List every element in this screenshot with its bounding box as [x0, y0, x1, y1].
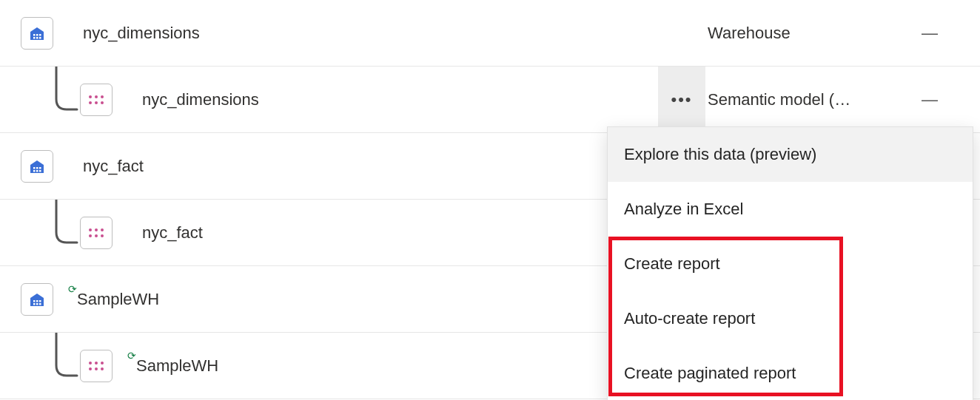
- item-name: nyc_dimensions: [83, 24, 656, 43]
- svg-rect-12: [33, 167, 36, 169]
- sync-icon: ⟳: [127, 350, 136, 362]
- semantic-model-icon: [80, 350, 113, 382]
- svg-point-35: [101, 367, 104, 370]
- semantic-model-icon: [80, 217, 113, 249]
- svg-rect-0: [33, 34, 36, 36]
- svg-rect-15: [33, 170, 36, 172]
- item-name: nyc_dimensions: [142, 90, 656, 109]
- svg-rect-3: [33, 37, 36, 39]
- item-name: SampleWH: [77, 290, 656, 309]
- svg-rect-27: [33, 303, 36, 305]
- svg-point-21: [89, 234, 92, 237]
- sync-icon: ⟳: [68, 283, 77, 295]
- svg-point-33: [89, 367, 92, 370]
- item-type: Semantic model (…: [708, 90, 900, 109]
- table-row[interactable]: nyc_dimensions Warehouse —: [0, 0, 980, 67]
- item-name: nyc_fact: [83, 157, 656, 176]
- tree-connector: [44, 200, 80, 266]
- svg-rect-2: [39, 34, 41, 36]
- svg-point-20: [101, 228, 104, 231]
- table-row[interactable]: nyc_dimensions ••• Semantic model (… —: [0, 67, 980, 133]
- svg-rect-17: [39, 170, 41, 172]
- svg-point-8: [101, 95, 104, 98]
- svg-rect-13: [36, 167, 38, 169]
- svg-rect-25: [36, 300, 38, 302]
- menu-item-auto-create-report[interactable]: Auto-create report: [608, 291, 973, 346]
- menu-item-analyze-excel[interactable]: Analyze in Excel: [608, 182, 973, 237]
- item-dash: —: [900, 90, 959, 109]
- svg-point-31: [95, 362, 98, 365]
- more-options-button[interactable]: •••: [658, 67, 705, 133]
- svg-rect-5: [39, 37, 41, 39]
- svg-rect-24: [33, 300, 36, 302]
- svg-point-34: [95, 367, 98, 370]
- svg-point-10: [95, 101, 98, 104]
- semantic-model-icon: [80, 84, 113, 116]
- svg-point-30: [89, 362, 92, 365]
- svg-rect-28: [36, 303, 38, 305]
- item-type: Warehouse: [708, 24, 900, 43]
- item-name: nyc_fact: [142, 223, 656, 243]
- svg-point-22: [95, 234, 98, 237]
- svg-rect-16: [36, 170, 38, 172]
- more-horizontal-icon: •••: [671, 90, 692, 109]
- warehouse-icon: [21, 283, 53, 316]
- svg-point-9: [89, 101, 92, 104]
- context-menu: Explore this data (preview) Analyze in E…: [607, 126, 973, 400]
- svg-rect-1: [36, 34, 38, 36]
- warehouse-icon: [21, 17, 53, 50]
- svg-rect-29: [39, 303, 41, 305]
- svg-rect-4: [36, 37, 38, 39]
- warehouse-icon: [21, 150, 53, 183]
- tree-connector: [44, 67, 80, 133]
- svg-rect-14: [39, 167, 41, 169]
- menu-item-create-report[interactable]: Create report: [608, 237, 973, 291]
- menu-item-create-paginated-report[interactable]: Create paginated report: [608, 346, 973, 400]
- menu-item-explore-data[interactable]: Explore this data (preview): [608, 127, 973, 182]
- svg-point-11: [101, 101, 104, 104]
- svg-point-32: [101, 362, 104, 365]
- svg-point-23: [101, 234, 104, 237]
- svg-point-7: [95, 95, 98, 98]
- svg-point-6: [89, 95, 92, 98]
- actions-cell: •••: [656, 67, 708, 133]
- item-dash: —: [900, 24, 959, 43]
- svg-point-19: [95, 228, 98, 231]
- svg-rect-26: [39, 300, 41, 302]
- tree-connector: [44, 333, 80, 399]
- svg-point-18: [89, 228, 92, 231]
